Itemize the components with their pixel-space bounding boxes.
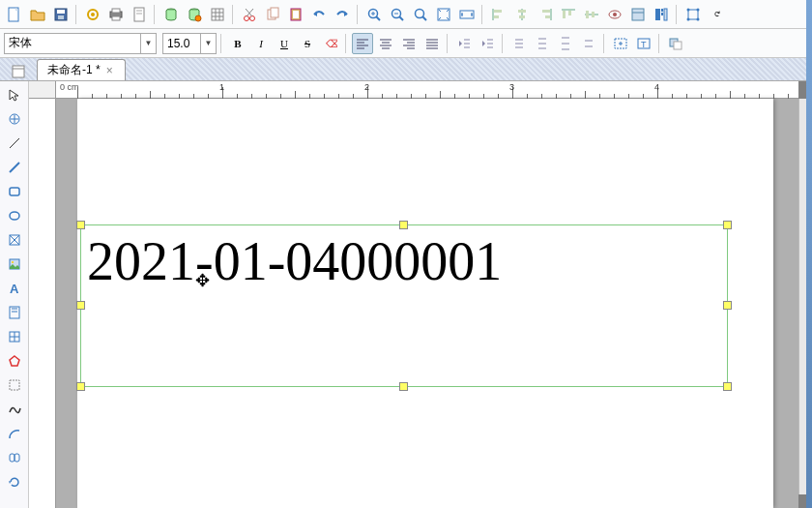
align-obj-right-icon[interactable] [535,4,556,25]
link-tool-icon[interactable] [3,446,26,469]
ellipse-tool-icon[interactable] [3,204,26,227]
svg-rect-107 [674,42,682,49]
align-center-icon[interactable] [375,33,396,54]
tools-panel: A [0,81,29,508]
align-right-icon[interactable] [398,33,420,54]
send-back-icon[interactable] [665,33,686,54]
indent-less-icon[interactable] [453,33,475,54]
svg-rect-3 [58,15,64,19]
resize-handle-bm[interactable] [399,382,408,391]
canvas-area[interactable]: 2021-01-04000001 ✥ [56,99,798,508]
resize-handle-tl[interactable] [76,221,85,229]
rotate90-icon[interactable]: ↻ [706,4,727,25]
horizontal-ruler[interactable]: 0 cm123456 [56,81,798,99]
insert-frame-icon[interactable] [610,33,631,54]
text-frame-content[interactable]: 2021-01-04000001 [81,225,727,297]
bold-button[interactable]: B [227,33,248,54]
tab-close-icon[interactable]: × [104,64,115,77]
resize-handle-bl[interactable] [76,382,85,391]
canvas-container: 0 cm123456 1234 2021-01-04000001 ✥ [29,81,812,508]
pointer-tool-icon[interactable] [3,83,26,106]
underline-button[interactable]: U [274,33,295,54]
zoom-out-icon[interactable] [387,4,408,25]
database-icon[interactable] [160,4,182,25]
spacing-1-icon[interactable] [508,33,530,54]
open-folder-icon[interactable] [27,4,48,25]
font-name-dropdown-icon[interactable]: ▼ [140,34,156,53]
save-icon[interactable] [50,4,72,25]
text-tool-icon[interactable]: A [3,277,26,300]
spacing-4-icon[interactable] [578,33,599,54]
connector-tool-icon[interactable] [3,132,26,155]
spacing-2-icon[interactable] [532,33,553,54]
cut-icon[interactable] [239,4,260,25]
svg-line-29 [376,16,380,20]
resize-handle-mr[interactable] [723,301,732,310]
indent-more-icon[interactable] [477,33,498,54]
align-left-icon[interactable] [352,33,373,54]
resize-handle-br[interactable] [723,382,732,391]
font-size-dropdown-icon[interactable]: ▼ [200,34,216,53]
svg-rect-41 [494,15,499,18]
pan-tool-icon[interactable] [3,107,26,131]
resize-handle-tm[interactable] [399,221,408,229]
polygon-tool-icon[interactable] [3,349,26,373]
zoom-icon[interactable] [410,4,431,25]
settings-gear-icon[interactable] [82,4,103,25]
shape-tool-icon[interactable] [3,374,26,397]
arc-tool-icon[interactable] [3,422,26,445]
zoom-in-icon[interactable] [363,4,385,25]
spacing-3-icon[interactable] [555,33,576,54]
svg-point-65 [687,17,690,20]
grid-icon[interactable] [207,4,228,25]
font-name-input[interactable] [5,34,140,53]
svg-text:T: T [641,40,647,49]
align-obj-middle-icon[interactable] [581,4,602,25]
image-tool-icon[interactable] [3,253,26,276]
document-tab[interactable]: 未命名-1 * × [37,59,126,80]
page[interactable]: 2021-01-04000001 ✥ [77,99,773,508]
resize-handle-tr[interactable] [723,221,732,229]
clear-format-icon[interactable]: ⌫ [320,33,341,54]
window-list-icon[interactable] [8,61,29,82]
svg-rect-9 [134,8,144,21]
print-icon[interactable] [105,4,127,25]
align-obj-top-icon[interactable] [558,4,579,25]
font-size-input[interactable] [163,34,200,53]
vertical-ruler[interactable]: 1234 [29,99,56,508]
navigator-icon[interactable] [651,4,672,25]
snap-icon[interactable] [682,4,704,25]
fit-page-icon[interactable] [433,4,454,25]
db-link-icon[interactable] [184,4,205,25]
svg-point-117 [12,261,14,263]
freehand-tool-icon[interactable] [3,398,26,421]
line-tool-icon[interactable] [3,156,26,179]
align-justify-icon[interactable] [421,33,443,54]
table-tool-icon[interactable] [3,325,26,348]
insert-text-icon[interactable]: T [633,33,654,54]
strike-button[interactable]: S [297,33,318,54]
page-setup-icon[interactable] [129,4,150,25]
redo-icon[interactable] [332,4,353,25]
properties-icon[interactable] [627,4,649,25]
selected-text-frame[interactable]: 2021-01-04000001 ✥ [80,224,728,387]
font-name-combo[interactable]: ▼ [4,33,157,54]
fit-width-icon[interactable] [456,4,478,25]
new-doc-icon[interactable] [4,4,25,25]
undo-icon[interactable] [308,4,330,25]
resize-handle-ml[interactable] [76,301,85,310]
svg-point-64 [697,8,700,11]
image-frame-tool-icon[interactable] [3,228,26,252]
ruler-corner [29,81,56,99]
paste-icon[interactable] [285,4,306,25]
italic-button[interactable]: I [250,33,272,54]
copy-icon[interactable] [262,4,283,25]
rect-tool-icon[interactable] [3,180,26,203]
font-size-combo[interactable]: ▼ [162,33,217,54]
rotate-tool-icon[interactable] [3,470,26,493]
align-obj-center-icon[interactable] [511,4,533,25]
svg-rect-61 [664,9,667,20]
text-vertical-tool-icon[interactable] [3,301,26,324]
visibility-icon[interactable] [604,4,625,25]
align-obj-left-icon[interactable] [488,4,509,25]
